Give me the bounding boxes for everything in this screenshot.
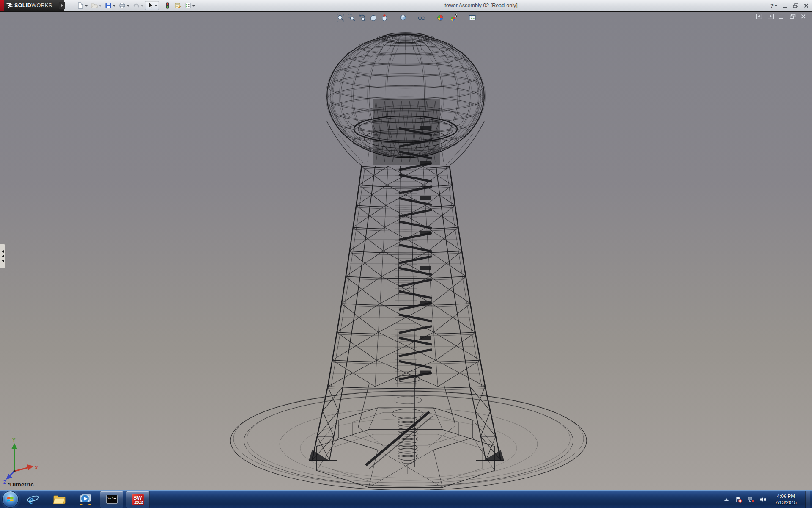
chevron-up-icon bbox=[724, 497, 729, 502]
close-button[interactable] bbox=[804, 3, 809, 8]
speaker-icon bbox=[760, 496, 767, 503]
save-caret-icon bbox=[113, 5, 115, 8]
apply-scene-icon bbox=[450, 14, 458, 22]
file-properties-button[interactable] bbox=[173, 1, 183, 10]
print-button[interactable] bbox=[117, 1, 131, 10]
close-icon bbox=[804, 3, 809, 8]
zoom-to-area-icon bbox=[348, 14, 355, 22]
show-hidden-icons-button[interactable] bbox=[723, 496, 730, 503]
headsup-view-toolbar bbox=[335, 13, 478, 23]
solidworks-2015-icon: SW 2015 bbox=[132, 494, 144, 505]
new-caret-icon bbox=[85, 5, 88, 8]
file-properties-icon bbox=[174, 2, 181, 9]
svg-text:X: X bbox=[35, 465, 38, 470]
section-view-button[interactable] bbox=[368, 13, 379, 23]
network-status-button[interactable] bbox=[747, 496, 755, 503]
main-toolbar bbox=[75, 0, 197, 11]
clock-time: 4:06 PM bbox=[775, 493, 797, 500]
solidworks-swoosh-icon bbox=[6, 3, 13, 9]
doc-restore-icon[interactable] bbox=[790, 14, 796, 19]
menu-flyout-button[interactable] bbox=[59, 2, 65, 9]
cmd-cursor bbox=[114, 498, 116, 499]
action-center-flag-icon bbox=[735, 496, 743, 503]
options-icon bbox=[184, 2, 191, 9]
brand-red-stripe bbox=[0, 0, 4, 11]
undo-button[interactable] bbox=[131, 1, 145, 10]
collapse-pane-left-icon[interactable] bbox=[756, 14, 762, 19]
document-window-controls bbox=[756, 14, 806, 19]
flyout-arrow-icon bbox=[61, 4, 65, 7]
taskbar-clock[interactable]: 4:06 PM 7/13/2015 bbox=[772, 493, 800, 506]
svg-text:Y: Y bbox=[12, 437, 16, 442]
document-title: tower Assembly 02 [Read-only] bbox=[195, 0, 768, 11]
featuremanager-collapsed-tab[interactable] bbox=[0, 244, 5, 268]
select-cursor-icon bbox=[147, 2, 154, 9]
tower-wireframe-model[interactable]: YXZ bbox=[0, 12, 812, 490]
taskbar-command-prompt[interactable]: C:\ bbox=[100, 491, 123, 508]
undo-caret-icon bbox=[141, 5, 143, 8]
new-document-icon bbox=[77, 2, 84, 9]
view-orientation-icon bbox=[381, 14, 388, 22]
minimize-icon bbox=[783, 3, 787, 8]
pane-arrow-icon bbox=[0, 250, 4, 253]
rebuild-traffic-light-icon bbox=[164, 2, 171, 9]
edit-appearance-button[interactable] bbox=[435, 13, 446, 23]
save-button[interactable] bbox=[103, 1, 117, 10]
windows-flag-icon bbox=[7, 496, 14, 502]
taskbar-solidworks-2015[interactable]: SW 2015 bbox=[126, 491, 150, 508]
zoom-to-fit-button[interactable] bbox=[335, 13, 346, 23]
pane-arrow-icon bbox=[0, 260, 4, 262]
rebuild-button[interactable] bbox=[162, 1, 173, 10]
expand-pane-right-icon[interactable] bbox=[768, 14, 774, 19]
taskbar-internet-explorer[interactable]: e bbox=[21, 491, 45, 508]
section-view-icon bbox=[370, 14, 377, 22]
open-icon bbox=[91, 2, 98, 9]
pane-arrow-icon bbox=[0, 255, 4, 257]
minimize-button[interactable] bbox=[783, 3, 787, 8]
doc-minimize-icon[interactable] bbox=[779, 14, 784, 19]
select-caret-icon bbox=[155, 5, 157, 8]
restore-icon bbox=[793, 3, 798, 8]
apply-scene-button[interactable] bbox=[448, 13, 459, 23]
network-disconnected-icon bbox=[747, 496, 755, 503]
open-caret-icon bbox=[99, 5, 102, 8]
taskbar-media-player[interactable] bbox=[74, 491, 97, 508]
restore-button[interactable] bbox=[793, 3, 798, 8]
new-document-button[interactable] bbox=[75, 1, 89, 10]
undo-icon bbox=[133, 2, 140, 9]
solidworks-logo: SOLIDWORKS bbox=[0, 0, 64, 11]
taskbar: e C:\ SW 20 bbox=[0, 490, 812, 508]
action-center-button[interactable] bbox=[735, 496, 743, 503]
taskbar-windows-explorer[interactable] bbox=[47, 491, 71, 508]
folder-icon bbox=[53, 494, 66, 505]
brand-text: SOLIDWORKS bbox=[14, 3, 52, 8]
start-button[interactable] bbox=[2, 491, 19, 508]
sw-letters: SW bbox=[134, 495, 142, 501]
window-controls: ? bbox=[770, 0, 809, 11]
internet-explorer-icon: e bbox=[26, 493, 40, 506]
help-button[interactable]: ? bbox=[770, 3, 777, 8]
graphics-viewport[interactable]: YXZ bbox=[0, 11, 812, 490]
cmd-prompt-text: C:\ bbox=[108, 496, 114, 500]
view-orientation-button[interactable] bbox=[379, 13, 390, 23]
view-orientation-label: *Dimetric bbox=[8, 481, 34, 488]
hide-show-items-button[interactable] bbox=[416, 13, 427, 23]
display-style-icon bbox=[399, 14, 407, 22]
open-button[interactable] bbox=[89, 1, 103, 10]
show-desktop-button[interactable] bbox=[805, 491, 810, 508]
help-caret-icon bbox=[775, 5, 777, 8]
save-icon bbox=[105, 2, 112, 9]
display-style-button[interactable] bbox=[398, 13, 409, 23]
doc-close-icon[interactable] bbox=[801, 14, 806, 19]
zoom-to-area-button[interactable] bbox=[346, 13, 357, 23]
hide-show-items-glasses-icon bbox=[418, 14, 425, 22]
brand-bold: SOLID bbox=[14, 3, 31, 8]
previous-view-button[interactable] bbox=[357, 13, 368, 23]
volume-button[interactable] bbox=[760, 496, 767, 503]
view-settings-button[interactable] bbox=[467, 13, 478, 23]
clock-date: 7/13/2015 bbox=[775, 500, 797, 506]
zoom-to-fit-icon bbox=[337, 14, 344, 22]
help-icon: ? bbox=[770, 3, 774, 8]
brand-light: WORKS bbox=[31, 3, 52, 8]
select-tool-button[interactable] bbox=[145, 1, 159, 10]
